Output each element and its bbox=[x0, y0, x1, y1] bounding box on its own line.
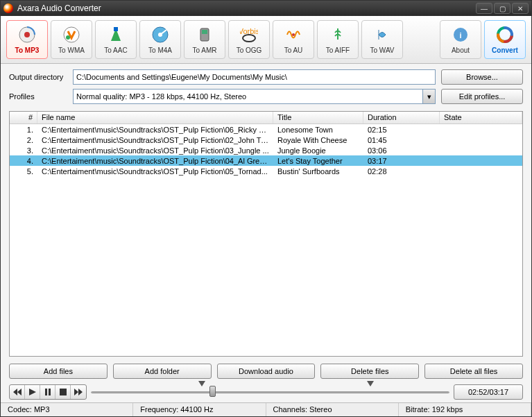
cell-title: Jungle Boogie bbox=[273, 146, 363, 155]
browse-button[interactable]: Browse... bbox=[441, 69, 523, 85]
format-icon bbox=[62, 25, 81, 44]
pause-button[interactable] bbox=[40, 385, 55, 399]
next-button[interactable] bbox=[71, 385, 86, 399]
titlebar: Axara Audio Converter — ▢ ✕ bbox=[1, 1, 531, 16]
svg-rect-16 bbox=[60, 389, 67, 395]
svg-text:i: i bbox=[459, 31, 461, 40]
format-to-wma-button[interactable]: To WMA bbox=[51, 20, 92, 59]
seek-slider[interactable] bbox=[91, 385, 449, 399]
cell-filename: C:\Entertaiment\music\Soundtracks\OST_Pu… bbox=[37, 126, 273, 134]
format-icon bbox=[328, 25, 347, 44]
col-title[interactable]: Title bbox=[273, 112, 363, 124]
time-display: 02:52/03:17 bbox=[454, 384, 523, 400]
delete-files-button[interactable]: Delete files bbox=[320, 364, 419, 379]
profiles-combobox[interactable]: Normal quality: MP3 - 128 kbps, 44100 Hz… bbox=[73, 89, 436, 104]
play-button[interactable] bbox=[25, 385, 40, 399]
format-icon bbox=[106, 25, 126, 44]
profiles-value: Normal quality: MP3 - 128 kbps, 44100 Hz… bbox=[76, 92, 246, 101]
cell-duration: 02:15 bbox=[363, 126, 440, 134]
svg-point-3 bbox=[66, 35, 70, 40]
add-files-button[interactable]: Add files bbox=[9, 364, 108, 379]
format-to-m4a-button[interactable]: To M4A bbox=[139, 20, 181, 59]
download-audio-button[interactable]: Download audio bbox=[217, 364, 316, 379]
format-label: To AAC bbox=[104, 46, 127, 54]
col-filename[interactable]: File name bbox=[37, 112, 273, 124]
status-bar: Codec: MP3 Frequency: 44100 Hz Channels:… bbox=[1, 402, 531, 416]
format-to-au-button[interactable]: To AU bbox=[273, 20, 314, 59]
status-bitrate: Bitrate: 192 kbps bbox=[399, 403, 531, 416]
cell-filename: C:\Entertaiment\music\Soundtracks\OST_Pu… bbox=[37, 146, 273, 155]
format-label: To MP3 bbox=[15, 46, 40, 54]
format-to-mp3-button[interactable]: To MP3 bbox=[6, 20, 48, 59]
svg-rect-15 bbox=[49, 389, 51, 395]
format-icon bbox=[372, 25, 392, 44]
svg-point-10 bbox=[243, 35, 255, 42]
cell-filename: C:\Entertaiment\music\Soundtracks\OST_Pu… bbox=[37, 167, 273, 176]
svg-rect-14 bbox=[45, 389, 47, 395]
format-to-aiff-button[interactable]: To AIFF bbox=[317, 20, 359, 59]
cell-number: 5. bbox=[10, 167, 37, 176]
cell-filename: C:\Entertaiment\music\Soundtracks\OST_Pu… bbox=[37, 136, 273, 144]
close-button[interactable]: ✕ bbox=[512, 3, 529, 14]
cell-duration: 03:17 bbox=[363, 157, 440, 165]
range-start-marker[interactable] bbox=[198, 381, 205, 386]
file-list: # File name Title Duration State 1.C:\En… bbox=[9, 111, 523, 357]
add-folder-button[interactable]: Add folder bbox=[113, 364, 212, 379]
convert-icon bbox=[495, 25, 515, 44]
window-title: Axara Audio Converter bbox=[17, 3, 476, 13]
profiles-label: Profiles bbox=[9, 92, 67, 101]
svg-rect-4 bbox=[114, 27, 118, 31]
prev-button[interactable] bbox=[10, 385, 25, 399]
table-row[interactable]: 4.C:\Entertaiment\music\Soundtracks\OST_… bbox=[10, 155, 522, 166]
delete-all-files-button[interactable]: Delete all files bbox=[424, 364, 523, 379]
svg-point-1 bbox=[24, 32, 30, 37]
col-number[interactable]: # bbox=[10, 112, 37, 124]
table-row[interactable]: 1.C:\Entertaiment\music\Soundtracks\OST_… bbox=[10, 124, 522, 135]
cell-number: 3. bbox=[10, 146, 37, 155]
format-label: To AU bbox=[284, 46, 303, 54]
cell-duration: 01:45 bbox=[363, 136, 440, 144]
stop-button[interactable] bbox=[55, 385, 71, 399]
format-label: To AMR bbox=[192, 46, 216, 54]
format-label: To WAV bbox=[370, 46, 394, 54]
svg-rect-8 bbox=[202, 30, 207, 34]
table-row[interactable]: 3.C:\Entertaiment\music\Soundtracks\OST_… bbox=[10, 145, 522, 155]
seek-thumb[interactable] bbox=[209, 386, 216, 397]
col-state[interactable]: State bbox=[440, 112, 522, 124]
cell-title: Let's Stay Together bbox=[273, 157, 363, 165]
col-duration[interactable]: Duration bbox=[363, 112, 440, 124]
format-to-wav-button[interactable]: To WAV bbox=[361, 20, 403, 59]
table-row[interactable]: 5.C:\Entertaiment\music\Soundtracks\OST_… bbox=[10, 166, 522, 176]
format-icon: Vorbis bbox=[239, 25, 259, 44]
app-icon bbox=[3, 3, 13, 13]
minimize-button[interactable]: — bbox=[476, 3, 492, 14]
format-icon bbox=[17, 25, 37, 44]
format-to-ogg-button[interactable]: VorbisTo OGG bbox=[228, 20, 270, 59]
status-channels: Channels: Stereo bbox=[266, 403, 399, 416]
output-directory-value: C:\Documents and Settings\Eugene\My Docu… bbox=[76, 73, 287, 81]
cell-title: Bustin' Surfboards bbox=[273, 167, 363, 176]
format-to-amr-button[interactable]: To AMR bbox=[184, 20, 225, 59]
format-label: To WMA bbox=[58, 46, 85, 54]
file-list-header: # File name Title Duration State bbox=[10, 112, 522, 124]
cell-number: 2. bbox=[10, 136, 37, 144]
format-to-aac-button[interactable]: To AAC bbox=[95, 20, 137, 59]
output-directory-label: Output directory bbox=[9, 73, 67, 81]
range-end-marker[interactable] bbox=[367, 381, 374, 386]
cell-number: 4. bbox=[10, 157, 37, 165]
convert-button[interactable]: Convert bbox=[484, 20, 526, 59]
about-icon: i bbox=[451, 25, 470, 44]
maximize-button[interactable]: ▢ bbox=[494, 3, 510, 14]
about-label: About bbox=[452, 46, 470, 54]
about-button[interactable]: i About bbox=[440, 20, 481, 59]
format-label: To M4A bbox=[148, 46, 172, 54]
table-row[interactable]: 2.C:\Entertaiment\music\Soundtracks\OST_… bbox=[10, 135, 522, 145]
status-frequency: Frequency: 44100 Hz bbox=[133, 403, 266, 416]
chevron-down-icon: ▾ bbox=[422, 90, 435, 103]
output-directory-input[interactable]: C:\Documents and Settings\Eugene\My Docu… bbox=[73, 69, 436, 85]
cell-title: Lonesome Town bbox=[273, 126, 363, 134]
edit-profiles-button[interactable]: Edit profiles... bbox=[441, 89, 523, 104]
format-label: To OGG bbox=[237, 46, 262, 54]
status-codec: Codec: MP3 bbox=[1, 403, 133, 416]
convert-label: Convert bbox=[492, 46, 518, 54]
